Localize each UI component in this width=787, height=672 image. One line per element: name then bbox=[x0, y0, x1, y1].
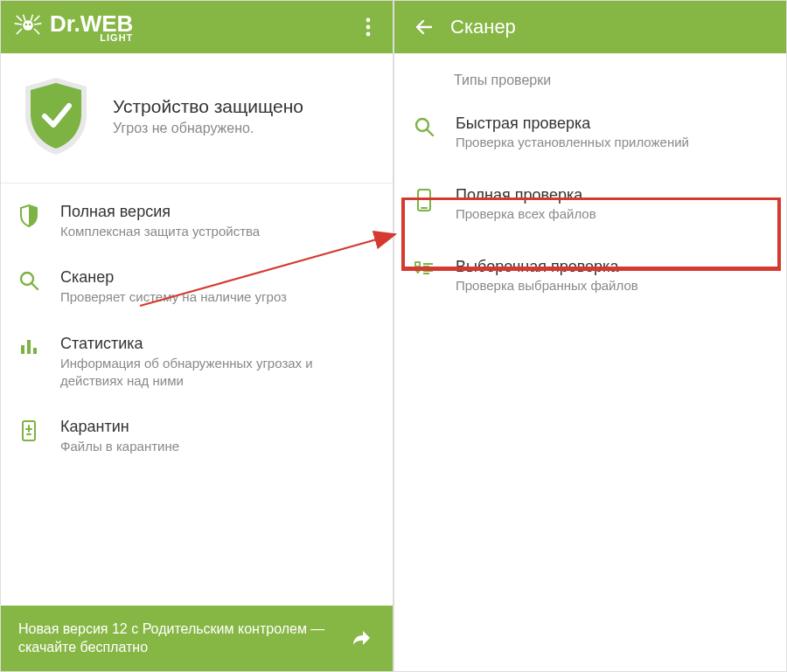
menu-item-scanner[interactable]: Сканер Проверяет систему на наличие угро… bbox=[1, 254, 393, 320]
menu-item-full-version[interactable]: Полная версия Комплексная защита устройс… bbox=[1, 189, 393, 254]
shield-outline-icon bbox=[17, 203, 41, 227]
appbar-main: Dr.WEB LIGHT bbox=[1, 1, 393, 53]
menu-item-subtitle: Файлы в карантине bbox=[60, 438, 179, 455]
scan-item-full[interactable]: Полная проверка Проверка всех файлов bbox=[394, 172, 786, 235]
menu-item-subtitle: Информация об обнаруженных угрозах и дей… bbox=[60, 355, 377, 391]
app-logo: Dr.WEB LIGHT bbox=[13, 10, 356, 44]
protection-status-card: Устройство защищено Угроз не обнаружено. bbox=[1, 53, 393, 184]
appbar-scanner: Сканер bbox=[394, 1, 786, 53]
svg-point-4 bbox=[366, 25, 371, 30]
scan-types-header: Типы проверки bbox=[394, 53, 786, 100]
menu-item-statistics[interactable]: Статистика Информация об обнаруженных уг… bbox=[1, 321, 393, 405]
svg-rect-8 bbox=[21, 345, 24, 354]
scan-item-subtitle: Проверка выбранных файлов bbox=[456, 278, 638, 293]
svg-line-13 bbox=[428, 130, 434, 136]
scan-item-title: Полная проверка bbox=[456, 186, 596, 204]
menu-item-title: Карантин bbox=[60, 418, 179, 436]
scanner-screen: Сканер Типы проверки Быстрая проверка Пр… bbox=[394, 0, 787, 672]
menu-item-title: Сканер bbox=[60, 268, 287, 287]
svg-rect-10 bbox=[33, 348, 37, 354]
phone-icon bbox=[412, 186, 436, 212]
search-icon bbox=[412, 114, 436, 137]
menu-item-title: Статистика bbox=[60, 335, 377, 353]
scan-item-selective[interactable]: Выборочная проверка Проверка выбранных ф… bbox=[394, 244, 786, 307]
logo-sub-text: LIGHT bbox=[100, 33, 133, 43]
scan-item-subtitle: Проверка всех файлов bbox=[456, 206, 596, 221]
svg-point-5 bbox=[366, 32, 371, 37]
menu-item-title: Полная версия bbox=[60, 203, 260, 221]
menu-item-subtitle: Проверяет систему на наличие угроз bbox=[60, 288, 287, 306]
main-screen: Dr.WEB LIGHT Устройство защищено Угроз н… bbox=[0, 0, 394, 672]
logo-main-text: Dr.WEB bbox=[50, 12, 133, 35]
scan-item-title: Быстрая проверка bbox=[456, 114, 689, 133]
quarantine-icon bbox=[17, 418, 41, 442]
svg-point-3 bbox=[366, 18, 371, 23]
stats-icon bbox=[17, 335, 41, 356]
menu-item-subtitle: Комплексная защита устройства bbox=[60, 223, 260, 240]
svg-point-0 bbox=[23, 20, 33, 31]
back-button[interactable] bbox=[407, 10, 442, 45]
svg-rect-16 bbox=[415, 262, 420, 267]
spider-icon bbox=[13, 10, 43, 44]
scan-item-subtitle: Проверка установленных приложений bbox=[456, 135, 689, 149]
status-title: Устройство защищено bbox=[113, 96, 303, 117]
overflow-menu-button[interactable] bbox=[356, 10, 380, 45]
svg-point-2 bbox=[29, 24, 31, 25]
main-menu-list: Полная версия Комплексная защита устройс… bbox=[1, 184, 393, 606]
promo-text: Новая версия 12 с Родительским контролем… bbox=[18, 620, 335, 657]
scan-item-title: Выборочная проверка bbox=[456, 258, 638, 276]
promo-banner[interactable]: Новая версия 12 с Родительским контролем… bbox=[1, 606, 393, 671]
share-button[interactable] bbox=[347, 624, 375, 652]
status-subtitle: Угроз не обнаружено. bbox=[113, 121, 303, 136]
screen-title: Сканер bbox=[450, 16, 516, 38]
search-icon bbox=[17, 268, 41, 291]
svg-rect-9 bbox=[27, 340, 31, 354]
svg-line-7 bbox=[32, 284, 38, 290]
checklist-icon bbox=[412, 258, 436, 279]
svg-point-1 bbox=[25, 24, 27, 25]
shield-check-icon bbox=[18, 74, 94, 158]
menu-item-quarantine[interactable]: Карантин Файлы в карантине bbox=[1, 404, 393, 469]
scan-item-quick[interactable]: Быстрая проверка Проверка установленных … bbox=[394, 100, 786, 163]
